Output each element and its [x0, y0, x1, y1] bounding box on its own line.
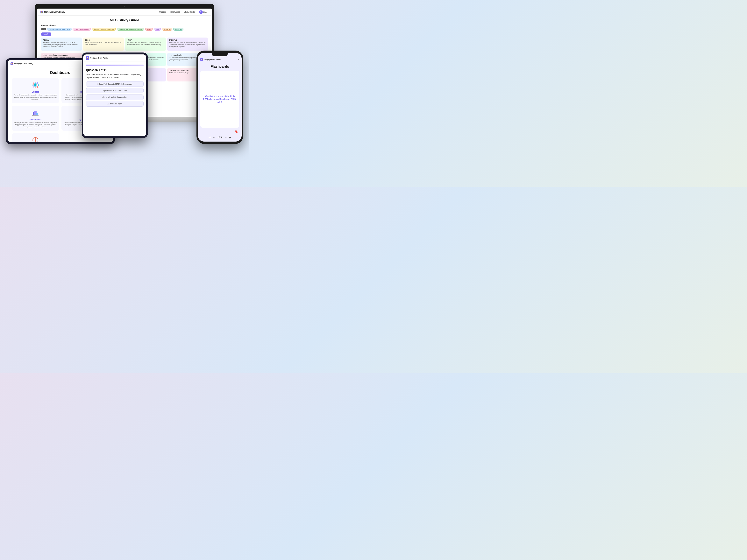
laptop-logo-icon: 🏠 — [41, 11, 43, 14]
tablet-card-missed-questions[interactable]: ? Missed Questions Flashcards Our missed… — [12, 133, 59, 142]
quiz-answer-2[interactable]: A guarantee of the interest rate — [86, 88, 144, 93]
quiz-tablet-screen: 🏠 Mortgage Exam Ready Question 1 of 25 W… — [83, 54, 146, 136]
laptop-nav-user[interactable]: N Nick ▾ — [199, 10, 209, 14]
quiz-progress-bar — [86, 64, 144, 66]
laptop-nav-flashcards[interactable]: FlashCards — [170, 11, 180, 13]
laptop-camera — [124, 6, 125, 7]
tablet-quizzes-title[interactable]: Quizzes — [32, 91, 39, 93]
tag-uniform[interactable]: Uniform state content — [73, 28, 91, 30]
tag-scenarios[interactable]: Scenarios — [162, 28, 172, 30]
missed-questions-icon: ? — [31, 136, 40, 142]
tag-general[interactable]: General mortgage knowledge — [92, 28, 116, 30]
phone-card-text: What is the purpose of the TILA-RESPA In… — [203, 95, 236, 104]
phone-content: Flashcards What is the purpose of the TI… — [198, 63, 241, 141]
svg-point-4 — [35, 84, 36, 86]
quiz-tablet-nav: 🏠 Mortgage Exam Ready — [83, 54, 146, 61]
prev-control-icon[interactable]: ← — [213, 136, 215, 139]
card-hmda[interactable]: HMDA Home Mortgage Disclosure Act – Requ… — [125, 37, 166, 51]
tablet-dashboard-logo-icon: 🏠 — [10, 62, 13, 65]
tablet-study-blocks-desc: Our study blocks are a powerful tool for… — [14, 122, 57, 128]
shuffle-button[interactable]: Shuffle — [41, 32, 51, 36]
tablet-card-study-blocks[interactable]: Study Blocks Our study blocks are a powe… — [12, 106, 59, 131]
next-control-icon[interactable]: → — [224, 136, 227, 139]
play-control-icon[interactable]: ▶ — [229, 136, 231, 139]
tag-math[interactable]: Math — [154, 28, 161, 30]
hamburger-icon[interactable]: ≡ — [238, 58, 239, 61]
quiz-tablet-bezel: 🏠 Mortgage Exam Ready Question 1 of 25 W… — [82, 53, 148, 138]
quiz-tablet-brand: 🏠 Mortgage Exam Ready — [85, 56, 108, 60]
phone-flashcard[interactable]: What is the purpose of the TILA-RESPA In… — [200, 71, 239, 128]
tablet-dashboard-brand: 🏠 Mortgage Exam Ready — [10, 62, 33, 65]
tag-ethics[interactable]: Ethics — [145, 28, 153, 30]
phone-screen: 🏠 Mortgage Exam Ready ≡ Flashcards What … — [198, 53, 241, 141]
laptop-nav-quizzes[interactable]: Quizzes — [159, 11, 166, 13]
phone-page-title: Flashcards — [200, 64, 239, 69]
bookmark-icon[interactable]: 🔖 — [235, 130, 238, 133]
laptop-page-title: MLO Study Guide — [41, 18, 208, 22]
laptop-navbar: 🏠 Mortgage Exam Ready Quizzes FlashCards… — [37, 8, 212, 16]
card-safe[interactable]: SAFE Act Secure and Fair Enforcement for… — [167, 37, 208, 51]
phone-brand: 🏠 Mortgage Exam Ready — [200, 58, 221, 61]
quiz-question-number: Question 1 of 25 — [86, 69, 144, 72]
svg-rect-10 — [36, 113, 38, 115]
tablet-card-quizzes[interactable]: Quizzes You can focus on specific catego… — [12, 78, 59, 103]
laptop-nav-study[interactable]: Study Blocks — [184, 11, 195, 13]
quiz-logo-icon: 🏠 — [85, 56, 89, 60]
card-ecoa[interactable]: ECOA Equal Credit Opportunity Act – Proh… — [83, 37, 124, 51]
quiz-answer-4[interactable]: An appraisal report — [86, 101, 144, 107]
tablet-study-blocks-title[interactable]: Study Blocks — [29, 118, 42, 121]
quiz-answer-3[interactable]: A list of all available loan products — [86, 95, 144, 100]
tag-federal[interactable]: Federal mortgage-related laws — [47, 28, 72, 30]
phone-controls: ⇄ ← 1/118 → ▶ — [200, 135, 239, 140]
category-tags: All Federal mortgage-related laws Unifor… — [41, 28, 208, 30]
quiz-question-text: What does the Real Estate Settlement Pro… — [86, 73, 144, 79]
atom-icon — [31, 81, 40, 89]
tag-timelines[interactable]: Timelines — [173, 28, 183, 30]
tablet-quizzes-desc: You can focus on specific categories or … — [14, 94, 57, 101]
card-counter: 1/118 — [217, 136, 222, 138]
category-label: Category Colors — [41, 24, 208, 26]
phone-device: 🏠 Mortgage Exam Ready ≡ Flashcards What … — [197, 51, 243, 144]
laptop-brand: 🏠 Mortgage Exam Ready — [41, 11, 65, 14]
shuffle-control-icon[interactable]: ⇄ — [209, 136, 211, 139]
quiz-tablet-content: Question 1 of 25 What does the Real Esta… — [83, 61, 146, 136]
card-respa[interactable]: RESPA Real Estate Settlement Procedures … — [41, 37, 82, 51]
svg-text:?: ? — [35, 138, 36, 140]
tag-mortgage-loan[interactable]: Mortgage loan origination activities — [117, 28, 144, 30]
blocks-icon — [31, 108, 40, 117]
phone-notch — [212, 53, 228, 56]
phone-bookmark-area: 🔖 — [200, 130, 239, 133]
quiz-answer-1[interactable]: A Good Faith Estimate (GFE) of closing c… — [86, 81, 144, 87]
tag-all[interactable]: All — [41, 28, 46, 30]
phone-bezel: 🏠 Mortgage Exam Ready ≡ Flashcards What … — [197, 51, 243, 144]
laptop-nav-links: Quizzes FlashCards Study Blocks — [159, 11, 195, 13]
quiz-tablet-device: 🏠 Mortgage Exam Ready Question 1 of 25 W… — [82, 53, 148, 138]
laptop-avatar: N — [199, 10, 203, 14]
phone-logo-icon: 🏠 — [200, 58, 203, 61]
